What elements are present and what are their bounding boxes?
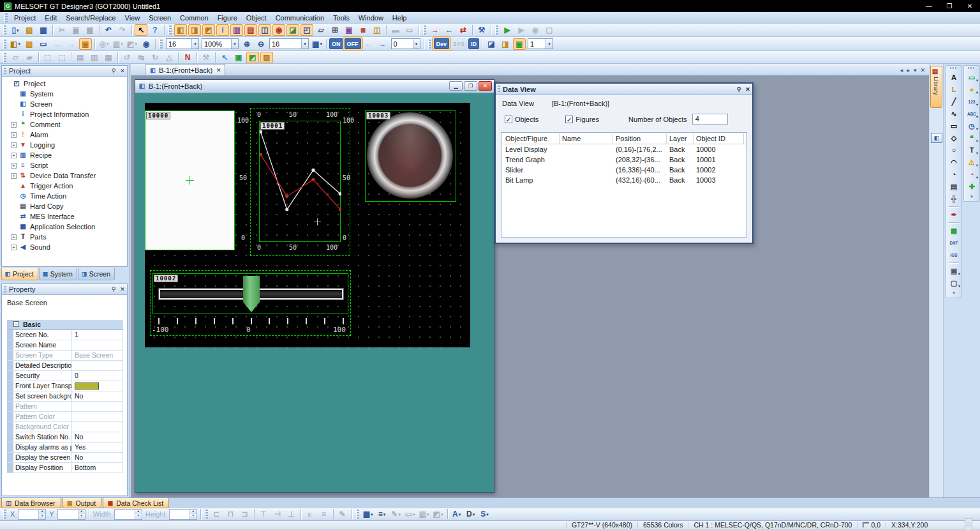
color-swatch[interactable]: [75, 382, 99, 390]
polygon-figure-button[interactable]: ◇: [947, 132, 960, 144]
state-off-button[interactable]: OFF: [345, 38, 361, 49]
panel-tab-screen[interactable]: ◨Screen: [78, 268, 115, 280]
tree-item-project-information[interactable]: iProject Information: [3, 109, 127, 119]
new-window-screen-button[interactable]: ◨: [188, 24, 201, 36]
tree-item-logging[interactable]: +▼Logging: [3, 140, 127, 150]
data-view-row-slider[interactable]: Slider(16,336)-(40...Back10002: [501, 165, 746, 175]
screen-information-button[interactable]: i: [216, 24, 229, 36]
maximize-button[interactable]: ❐: [939, 0, 960, 12]
bit-lamp-object[interactable]: 10003: [365, 110, 456, 202]
mdi-maximize-button[interactable]: ❐: [464, 81, 477, 91]
read-from-got-button[interactable]: ←: [443, 24, 456, 36]
toolbar-grip[interactable]: [428, 40, 431, 49]
dropdown-arrow-icon[interactable]: ▾: [976, 90, 978, 95]
dock-toggle-icon[interactable]: ◧: [931, 133, 942, 143]
trend-graph-object[interactable]: 10001 005050100100100100505000: [250, 108, 350, 256]
dropdown-arrow-icon[interactable]: ▾: [976, 151, 978, 155]
menu-communication[interactable]: Communication: [271, 13, 329, 23]
menu-common[interactable]: Common: [175, 13, 213, 23]
dropdown-arrow-icon[interactable]: ▾: [383, 512, 386, 517]
numerical-display-button[interactable]: 123▾: [965, 96, 978, 107]
panel-grip[interactable]: [4, 68, 6, 75]
menu-window[interactable]: Window: [354, 13, 388, 23]
tree-item-alarm[interactable]: +!Alarm: [3, 130, 127, 140]
toolbar-grip[interactable]: [3, 26, 6, 34]
dropdown-arrow-icon[interactable]: ▾: [473, 512, 475, 517]
tree-expand-icon[interactable]: +: [11, 142, 17, 148]
tree-item-recipe[interactable]: +▥Recipe: [3, 150, 127, 160]
property-row-switch-station-no-[interactable]: Switch Station No.No: [7, 432, 123, 443]
document-tab[interactable]: ◧ B-1:(Front+Back) ✕: [145, 64, 225, 75]
rectangle-figure-button[interactable]: ▭: [947, 120, 960, 132]
select-both-button[interactable]: ◩: [246, 52, 259, 63]
menu-screen[interactable]: Screen: [144, 13, 175, 23]
state-on-button[interactable]: ON: [329, 38, 343, 49]
close-icon[interactable]: ✕: [118, 68, 127, 74]
scroll-tabs-left-icon[interactable]: ◂: [900, 67, 903, 73]
property-row-screen-name[interactable]: Screen Name: [7, 340, 123, 351]
property-row-display-alarms-as-pop[interactable]: Display alarms as popYes: [7, 443, 123, 453]
tree-expand-icon[interactable]: +: [11, 122, 17, 128]
parts-display-button[interactable]: ✚: [965, 181, 978, 192]
panel-grip[interactable]: [498, 86, 500, 93]
clock-display-button[interactable]: ◷▾: [965, 120, 978, 132]
screen-find-button[interactable]: ◫: [258, 24, 271, 36]
help-button[interactable]: ?: [149, 24, 161, 36]
dropdown-arrow-icon[interactable]: ▾: [486, 512, 489, 517]
mdi-minimize-button[interactable]: ▁: [449, 81, 463, 91]
dropdown-arrow-icon[interactable]: ▾: [459, 512, 461, 517]
tree-item-parts[interactable]: +TParts: [3, 232, 127, 242]
minimize-button[interactable]: —: [919, 0, 939, 12]
tree-expand-icon[interactable]: +: [11, 234, 17, 240]
tree-item-time-action[interactable]: ◷Time Action: [3, 191, 127, 201]
dropdown-arrow-icon[interactable]: ▾: [976, 78, 978, 82]
x-position-spinner[interactable]: ▲▼: [18, 509, 46, 520]
toolbar-grip[interactable]: [356, 510, 359, 519]
property-row-front-layer-transpare[interactable]: Front Layer Transpare: [7, 381, 123, 391]
dropdown-arrow-icon[interactable]: ▾: [18, 42, 20, 46]
dropdown-arrow-icon[interactable]: ▾: [191, 39, 198, 49]
sector-figure-button[interactable]: ◔: [947, 169, 960, 180]
width-spinner[interactable]: ▲▼: [114, 509, 142, 520]
tree-expand-icon[interactable]: +: [11, 153, 17, 158]
tab-close-icon[interactable]: ✕: [216, 67, 221, 73]
tree-expand-icon[interactable]: +: [11, 163, 17, 169]
property-row-background-color[interactable]: Background Color: [7, 422, 123, 432]
property-row-security[interactable]: Security0: [7, 371, 123, 381]
screen-design-canvas[interactable]: 10000 10001 005050100100100100505000: [145, 103, 470, 347]
tree-item-comment[interactable]: +❝Comment: [3, 119, 127, 130]
text-object-button[interactable]: T▾: [965, 144, 978, 156]
zoom-out-button[interactable]: ⊖: [255, 38, 267, 50]
cascade-windows-button[interactable]: ▱: [315, 24, 327, 36]
pin-icon[interactable]: ⚲: [109, 286, 118, 292]
dropdown-arrow-icon[interactable]: ▾: [398, 512, 401, 517]
dropdown-arrow-icon[interactable]: ▾: [371, 512, 373, 517]
menu-view[interactable]: View: [121, 13, 145, 23]
screen-close-button[interactable]: ◰: [301, 24, 313, 36]
new-project-button[interactable]: ▯▾: [9, 24, 22, 36]
close-tab-icon[interactable]: ✕: [920, 67, 925, 73]
bottom-tab-output[interactable]: ▤Output: [63, 498, 102, 508]
tree-item-application-selection[interactable]: ▩Application Selection: [3, 222, 127, 232]
screen-preview-button[interactable]: ◉: [272, 24, 285, 36]
line-figure-button[interactable]: ╱: [947, 96, 960, 107]
close-screen-button[interactable]: ▭: [37, 38, 50, 50]
dropdown-arrow-icon[interactable]: ▾: [976, 102, 978, 107]
dropdown-arrow-icon[interactable]: ▾: [301, 39, 308, 49]
simulator-activate-button[interactable]: ▶: [501, 24, 514, 36]
open-screen-button[interactable]: ▨: [23, 38, 36, 50]
menu-project[interactable]: Project: [10, 13, 40, 23]
alarm-display-button[interactable]: ⚠▾: [965, 156, 978, 168]
bottom-tab-data-check-list[interactable]: ▦Data Check List: [103, 498, 169, 508]
dropdown-arrow-icon[interactable]: ▾: [441, 512, 443, 517]
object-id-display-button[interactable]: ID: [468, 38, 479, 49]
import-dxf-button[interactable]: DXF: [947, 237, 960, 248]
toolbar-grip[interactable]: [205, 510, 208, 519]
menu-tools[interactable]: Tools: [329, 13, 354, 23]
level-display-object[interactable]: 10000: [145, 110, 235, 250]
select-object-button[interactable]: ▣: [232, 52, 245, 63]
snap-combo[interactable]: 16▾: [269, 38, 309, 49]
y-position-spinner[interactable]: ▲▼: [57, 509, 85, 520]
tree-item-sound[interactable]: +◀Sound: [3, 242, 127, 252]
data-view-row-trend-graph[interactable]: Trend Graph(208,32)-(36...Back10001: [501, 155, 746, 165]
